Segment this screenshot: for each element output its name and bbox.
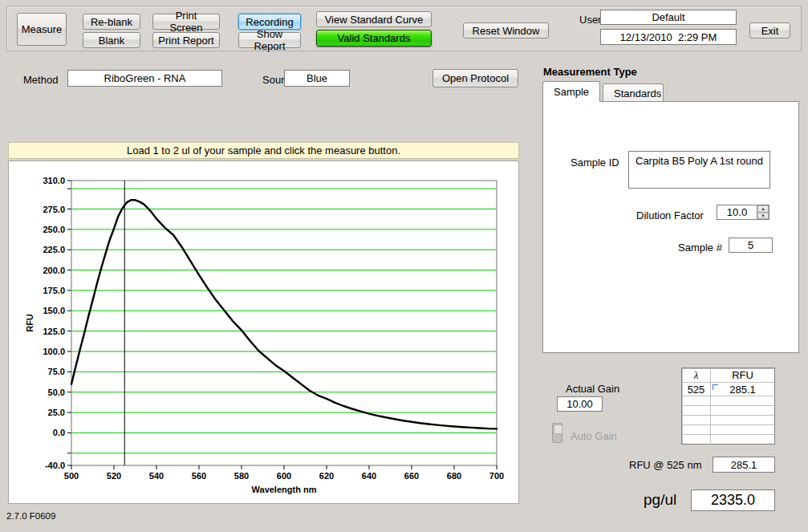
x-tick-label: 640 [362, 471, 376, 481]
sample-id-input[interactable]: Carpita B5 Poly A 1st round [628, 151, 770, 189]
dilution-factor-stepper[interactable]: 10.0 ▲ ▼ [717, 205, 769, 220]
rfu-at-525-value: 285.1 [713, 457, 775, 473]
x-tick-label: 540 [149, 471, 164, 481]
table-empty-row [682, 396, 774, 406]
x-tick-label: 620 [319, 471, 334, 481]
y-tick-label: 125.0 [43, 327, 65, 336]
table-header-row: λ RFU [682, 368, 774, 383]
rfu-at-525-label: RFU @ 525 nm [629, 459, 702, 471]
emission-spectrum-curve [71, 200, 497, 428]
app-window: { "app": { "version": "2.7.0 F0609" }, "… [0, 0, 808, 532]
auto-gain-toggle[interactable] [552, 423, 562, 443]
blank-button[interactable]: Blank [83, 32, 140, 48]
table-header-rfu: RFU [711, 368, 774, 382]
spin-up-icon[interactable]: ▲ [757, 205, 769, 213]
actual-gain-value: 10.00 [557, 396, 603, 412]
exit-button[interactable]: Exit [749, 22, 790, 39]
table-empty-row [682, 406, 774, 416]
plot-frame [71, 181, 497, 465]
sample-number-input[interactable]: 5 [729, 238, 773, 253]
sample-id-label: Sample ID [570, 156, 619, 169]
y-tick-label: -40.0 [45, 461, 65, 470]
sample-tab-page [542, 101, 799, 353]
y-tick-label: 25.0 [48, 408, 65, 417]
spin-down-icon[interactable]: ▼ [757, 213, 769, 220]
y-tick-label: 50.0 [48, 388, 65, 397]
user-value-field[interactable]: Default [600, 10, 737, 25]
x-tick-label: 560 [192, 471, 206, 481]
concentration-unit-label: pg/ul [644, 491, 676, 509]
auto-gain-label: Auto Gain [570, 430, 617, 442]
measure-button[interactable]: Measure [17, 13, 67, 46]
table-header-lambda: λ [682, 368, 711, 382]
concentration-value: 2335.0 [691, 489, 775, 511]
recording-toggle-button[interactable]: Recording [238, 14, 301, 30]
x-axis-label: Wavelength nm [252, 485, 317, 494]
cell-selection-marker [713, 384, 718, 390]
table-empty-row [682, 425, 774, 435]
table-empty-row [682, 435, 774, 445]
x-tick-label: 520 [107, 471, 121, 481]
x-tick-label: 500 [64, 471, 79, 481]
method-label: Method [23, 74, 58, 86]
wavelength-rfu-table[interactable]: λ RFU 525 285.1 [681, 368, 775, 445]
print-report-button[interactable]: Print Report [152, 32, 220, 48]
table-cell-rfu[interactable]: 285.1 [711, 383, 774, 396]
toolbar-panel: Measure Re-blank Blank Print Screen Prin… [6, 6, 802, 51]
sample-number-label: Sample # [678, 242, 722, 254]
x-tick-label: 600 [277, 471, 291, 481]
y-tick-label: 0.0 [53, 428, 65, 437]
dilution-factor-value[interactable]: 10.0 [717, 206, 757, 218]
table-row[interactable]: 525 285.1 [682, 383, 774, 396]
y-tick-label: 150.0 [43, 306, 65, 315]
y-tick-label: 100.0 [43, 347, 65, 356]
show-report-button[interactable]: Show Report [238, 32, 301, 48]
tab-standards[interactable]: Standards [603, 83, 664, 102]
datetime-display: 12/13/2010 2:29 PM [600, 29, 737, 45]
open-protocol-button[interactable]: Open Protocol [432, 69, 518, 87]
reset-window-button[interactable]: Reset Window [463, 22, 549, 39]
y-tick-label: 275.0 [43, 205, 65, 214]
x-tick-label: 700 [489, 471, 504, 481]
print-screen-button[interactable]: Print Screen [152, 14, 220, 30]
y-tick-label: 225.0 [43, 245, 65, 254]
spectrum-chart[interactable]: 310.0275.0250.0225.0200.0175.0150.0125.0… [9, 161, 518, 503]
y-axis-label: RFU [25, 314, 35, 332]
y-tick-label: 75.0 [48, 367, 65, 376]
source-value-field: Blue [284, 70, 350, 87]
table-empty-row [682, 416, 774, 425]
reblank-button[interactable]: Re-blank [83, 14, 140, 30]
tab-sample[interactable]: Sample [542, 81, 600, 102]
y-tick-label: 175.0 [43, 286, 65, 295]
table-cell-wavelength[interactable]: 525 [682, 383, 711, 396]
x-tick-label: 660 [404, 471, 419, 481]
user-label: User [579, 14, 601, 26]
spectrum-chart-panel: 310.0275.0250.0225.0200.0175.0150.0125.0… [8, 160, 519, 504]
y-tick-label: 250.0 [43, 225, 65, 234]
auto-gain-toggle-knob [554, 424, 562, 434]
y-tick-label: 310.0 [43, 176, 65, 185]
instruction-banner: Load 1 to 2 ul of your sample and click … [8, 142, 519, 159]
x-tick-label: 580 [234, 471, 249, 481]
measurement-type-title: Measurement Type [543, 66, 637, 78]
y-tick-label: 200.0 [43, 266, 65, 275]
view-standard-curve-button[interactable]: View Standard Curve [316, 11, 432, 27]
x-tick-label: 680 [447, 471, 461, 481]
method-value-field[interactable]: RiboGreen - RNA [67, 70, 222, 87]
dilution-factor-label: Dilution Factor [636, 209, 704, 221]
actual-gain-label: Actual Gain [566, 383, 619, 395]
valid-standards-indicator: Valid Standards [316, 30, 432, 47]
app-version: 2.7.0 F0609 [6, 511, 55, 521]
